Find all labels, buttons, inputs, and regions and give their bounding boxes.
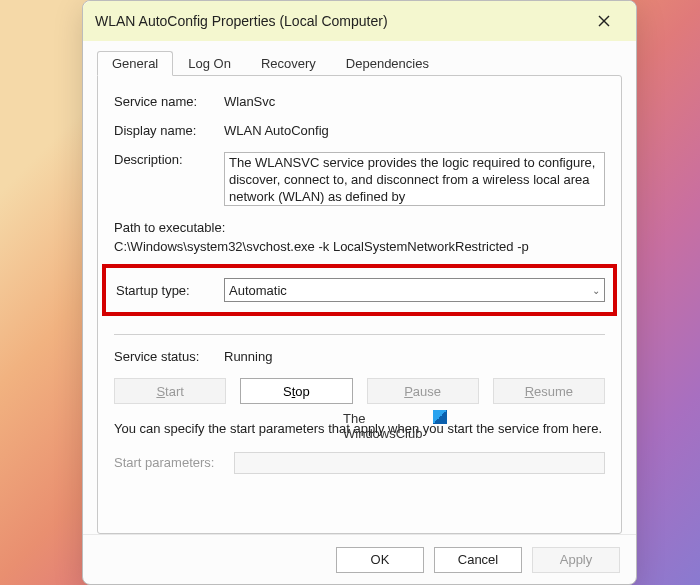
tab-recovery[interactable]: Recovery <box>246 51 331 75</box>
value-service-status: Running <box>224 349 272 364</box>
close-icon <box>598 15 610 27</box>
resume-button[interactable]: Resume <box>493 378 605 404</box>
tab-general[interactable]: General <box>97 51 173 76</box>
tab-dependencies[interactable]: Dependencies <box>331 51 444 75</box>
cancel-button[interactable]: Cancel <box>434 547 522 573</box>
titlebar[interactable]: WLAN AutoConfig Properties (Local Comput… <box>83 1 636 41</box>
window-title: WLAN AutoConfig Properties (Local Comput… <box>95 13 584 29</box>
label-display-name: Display name: <box>114 123 224 138</box>
start-params-input <box>234 452 605 474</box>
label-service-status: Service status: <box>114 349 224 364</box>
label-startup-type: Startup type: <box>116 283 224 298</box>
dialog-footer: OK Cancel Apply <box>83 534 636 584</box>
separator <box>114 334 605 335</box>
label-service-name: Service name: <box>114 94 224 109</box>
tab-log-on[interactable]: Log On <box>173 51 246 75</box>
tab-panel-general: Service name: WlanSvc Display name: WLAN… <box>97 75 622 534</box>
value-path: C:\Windows\system32\svchost.exe -k Local… <box>114 239 605 254</box>
label-start-params: Start parameters: <box>114 455 234 470</box>
startup-type-row: Startup type: Automatic ⌄ <box>102 264 617 316</box>
stop-button[interactable]: Stop <box>240 378 352 404</box>
value-description: The WLANSVC service provides the logic r… <box>229 155 595 204</box>
chevron-down-icon: ⌄ <box>592 285 600 296</box>
start-params-note: You can specify the start parameters tha… <box>114 420 605 438</box>
value-display-name: WLAN AutoConfig <box>224 123 605 138</box>
label-path: Path to executable: <box>114 220 605 235</box>
value-service-name: WlanSvc <box>224 94 605 109</box>
startup-type-combo[interactable]: Automatic ⌄ <box>224 278 605 302</box>
pause-button[interactable]: Pause <box>367 378 479 404</box>
start-button[interactable]: Start <box>114 378 226 404</box>
startup-type-value: Automatic <box>229 283 287 298</box>
description-box: The WLANSVC service provides the logic r… <box>224 152 605 206</box>
label-description: Description: <box>114 152 224 167</box>
ok-button[interactable]: OK <box>336 547 424 573</box>
properties-dialog: WLAN AutoConfig Properties (Local Comput… <box>82 0 637 585</box>
apply-button[interactable]: Apply <box>532 547 620 573</box>
close-button[interactable] <box>584 6 624 36</box>
tabstrip: General Log On Recovery Dependencies <box>97 49 622 75</box>
